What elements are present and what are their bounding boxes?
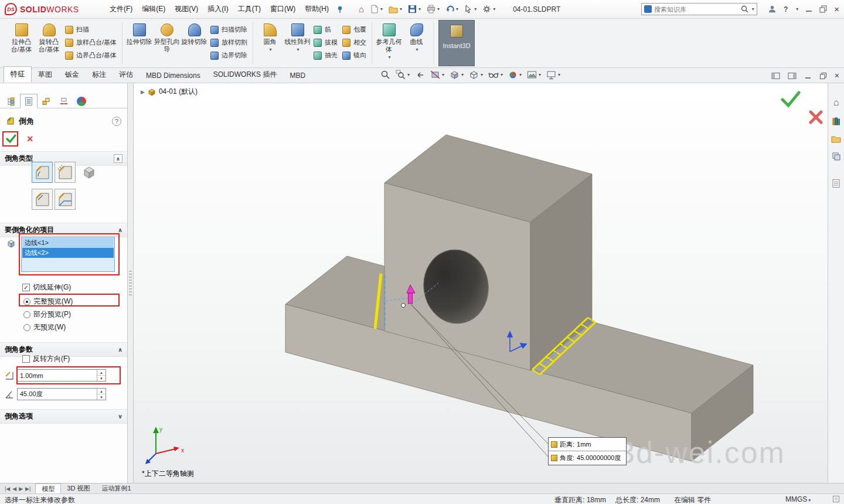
units-selector[interactable]: MMGS▾ [785,495,811,503]
tab-sketch[interactable]: 草图 [32,67,59,83]
linear-pattern-dropdown-icon[interactable]: ▾ [297,46,300,53]
full-preview-radio[interactable]: 完整预览(W) [23,297,73,307]
save-button[interactable]: ▾ [407,4,422,15]
distance-field[interactable]: 1.00mm ▲▼ [17,369,106,382]
splitter-grip[interactable] [129,271,132,295]
swept-boss-button[interactable]: 扫描 [65,25,117,34]
search-input[interactable] [654,6,738,13]
angle-value[interactable]: 45.00度 [18,390,97,399]
view-settings-button[interactable]: ▾ [546,70,561,80]
distance-distance-type-button[interactable] [55,162,76,183]
open-button[interactable]: ▾ [387,4,403,15]
intersect-button[interactable]: 相交 [342,38,366,47]
window-restore-button[interactable] [819,5,827,13]
apply-scene-button[interactable]: ▾ [526,70,542,80]
revolved-cut-button[interactable]: 旋转切除 [181,21,208,47]
home-button[interactable]: ⌂ [358,3,365,15]
flip-direction-checkbox[interactable]: 反转方向(F) [22,354,70,364]
file-explorer-icon[interactable] [831,135,841,143]
expand-tree-icon[interactable]: ▶ [141,89,145,95]
callout-distance-value[interactable]: 1mm [577,441,591,448]
section-chamfer-options[interactable]: 倒角选项 ∨ [0,409,127,424]
nav-next-button[interactable]: ▶ [19,486,23,492]
section-items-to-chamfer[interactable]: 要倒角化的项目 ∧ [0,223,127,237]
tab-mbd[interactable]: MBD [283,69,312,83]
doc-close-button[interactable]: × [835,71,839,80]
configurationmanager-tab[interactable] [38,94,55,108]
confirm-ok-button[interactable] [781,90,801,108]
home-icon[interactable]: ⌂ [833,97,839,108]
select-cursor-button[interactable]: ▾ [463,4,478,15]
nav-last-button[interactable]: ▶| [25,486,30,492]
tab-addins[interactable]: SOLIDWORKS 插件 [207,67,284,83]
extruded-boss-button[interactable]: 拉伸凸台/基体 [8,21,35,55]
angle-increase-button[interactable]: ▲ [97,389,106,394]
section-view-button[interactable]: ▾ [430,69,445,80]
zoom-area-button[interactable]: ▾ [395,69,410,80]
search-icon[interactable] [741,5,748,13]
revolved-boss-button[interactable]: 旋转凸台/基体 [35,21,63,55]
featuremanager-tree-tab[interactable] [2,94,20,108]
confirm-cancel-button[interactable] [809,110,823,124]
wrap-button[interactable]: 包覆 [342,25,366,34]
rib-button[interactable]: 筋 [314,25,338,34]
fillet-dropdown-icon[interactable]: ▾ [270,46,272,53]
tab-model[interactable]: 模型 [35,483,61,494]
linear-pattern-button[interactable]: 线性阵列▾ [284,21,311,55]
curves-button[interactable]: 曲线▾ [403,21,430,55]
reference-geometry-button[interactable]: 参考几何体▾ [375,21,403,62]
menu-view[interactable]: 视图(V) [171,2,202,16]
tab-features[interactable]: 特征 [4,66,32,83]
hide-show-items-button[interactable]: ▾ [488,70,503,80]
display-style-button[interactable]: ▾ [468,69,484,80]
menu-window[interactable]: 窗口(W) [266,2,300,16]
window-minimize-button[interactable] [805,6,812,13]
edge-list-item[interactable]: 边线<1> [22,238,114,248]
custom-properties-icon[interactable] [832,179,840,188]
help-icon[interactable]: ? [112,117,121,126]
distance-increase-button[interactable]: ▲ [97,370,106,376]
propertymanager-tab[interactable] [20,94,38,108]
print-button[interactable]: ▾ [426,4,441,15]
menu-help[interactable]: 帮助(H) [301,2,333,16]
expand-options-icon[interactable]: ∨ [118,413,122,420]
doc-restore-button[interactable] [819,72,827,80]
face-face-type-button[interactable] [55,189,76,210]
view-orientation-button[interactable]: ▾ [449,69,464,80]
partial-preview-radio[interactable]: 部分预览(P) [23,309,71,319]
menu-tools[interactable]: 工具(T) [234,2,265,16]
extruded-cut-button[interactable]: 拉伸切除 [125,21,153,47]
curves-dropdown-icon[interactable]: ▾ [416,46,418,53]
tangent-propagation-checkbox[interactable]: ✓ 切线延伸(G) [22,282,71,292]
search-box[interactable]: ▾ [641,3,757,15]
search-scope-dropdown-icon[interactable]: ▾ [752,6,754,12]
help-dropdown-icon[interactable]: ▾ [796,6,798,12]
pane-split-right-icon[interactable] [788,72,797,80]
nav-prev-button[interactable]: ◀ [12,486,16,492]
shell-button[interactable]: 抽壳 [314,51,338,60]
edit-appearance-button[interactable]: ▾ [508,70,522,80]
pin-menu-icon[interactable] [336,5,345,13]
undo-button[interactable]: ▾ [444,4,460,15]
pane-split-left-icon[interactable] [771,72,780,80]
boundary-boss-button[interactable]: 边界凸台/基体 [65,51,117,60]
previous-view-button[interactable] [414,69,426,80]
view-palette-icon[interactable] [832,152,841,161]
distance-value[interactable]: 1.00mm [18,372,97,379]
edge-selection-list[interactable]: 边线<1> 边线<2> [21,237,115,272]
nav-first-button[interactable]: |◀ [5,486,10,492]
menu-edit[interactable]: 编辑(E) [138,2,169,16]
options-gear-button[interactable]: ▾ [481,4,496,15]
tab-mbd-dimensions[interactable]: MBD Dimensions [139,69,207,83]
lofted-cut-button[interactable]: 放样切割 [210,38,247,47]
fillet-button[interactable]: 圆角▾ [256,21,284,55]
collapse-parameters-icon[interactable]: ∧ [118,346,122,353]
menu-insert[interactable]: 插入(I) [203,2,232,16]
tab-3d-views[interactable]: 3D 视图 [61,483,96,493]
edge-list-item-selected[interactable]: 边线<2> [22,248,114,258]
menu-file[interactable]: 文件(F) [106,2,137,16]
design-library-icon[interactable] [832,117,841,126]
swept-cut-button[interactable]: 扫描切除 [210,25,247,34]
displaymanager-tab[interactable] [73,94,90,108]
help-menu[interactable]: ? [784,5,788,13]
